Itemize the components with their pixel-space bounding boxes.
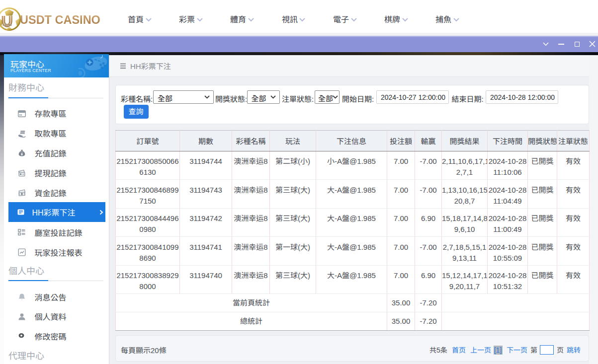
- svg-text:CASINO: CASINO: [2, 24, 12, 26]
